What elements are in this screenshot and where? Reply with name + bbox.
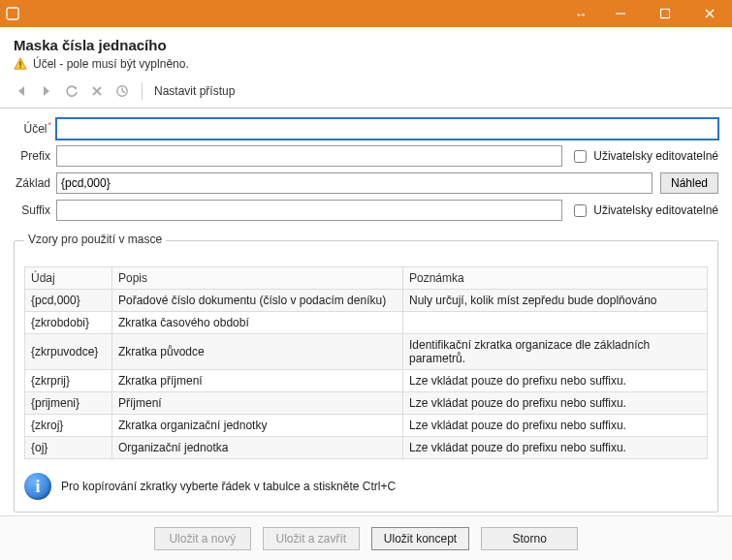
svg-marker-9 (44, 86, 49, 96)
save-and-close-button[interactable]: Uložit a zavřít (263, 527, 360, 550)
suffix-editable-box[interactable] (574, 204, 587, 217)
svg-rect-2 (661, 10, 670, 18)
table-row[interactable]: {zkroj}Zkratka organizační jednotkyLze v… (25, 415, 708, 437)
cell-popis: Pořadové číslo dokumentu (číslo v podací… (112, 290, 403, 312)
patterns-header-row: Údaj Popis Poznámka (25, 267, 708, 290)
patterns-group: Vzory pro použití v masce Údaj Popis Poz… (14, 240, 718, 513)
table-row[interactable]: {zkrprij}Zkratka příjmeníLze vkládat pou… (25, 370, 708, 392)
svg-rect-0 (7, 8, 18, 19)
cell-pozn (403, 312, 708, 334)
nav-forward-button[interactable] (35, 80, 58, 102)
prefix-editable-checkbox[interactable]: Uživatelsky editovatelné (570, 147, 718, 166)
cell-pozn: Lze vkládat pouze do prefixu nebo suffix… (403, 437, 708, 459)
minimize-button[interactable] (598, 0, 643, 27)
ucel-label: Účel (14, 122, 56, 136)
refresh-button[interactable] (60, 80, 83, 102)
save-draft-button[interactable]: Uložit koncept (371, 527, 469, 550)
col-udaj: Údaj (25, 267, 112, 290)
cell-popis: Zkratka časového období (112, 312, 403, 334)
validation-warning: Účel - pole musí být vyplněno. (14, 57, 718, 71)
header: Maska čísla jednacího Účel - pole musí b… (0, 27, 732, 77)
prefix-input[interactable] (56, 145, 562, 167)
zaklad-label: Základ (14, 176, 56, 190)
prefix-label: Prefix (14, 149, 56, 163)
suffix-input[interactable] (56, 200, 562, 221)
svg-marker-10 (74, 87, 78, 90)
nav-back-button[interactable] (10, 80, 33, 102)
svg-rect-7 (19, 67, 20, 68)
cell-popis: Zkratka organizační jednotky (112, 415, 403, 437)
history-button[interactable] (111, 80, 134, 102)
cancel-changes-button[interactable] (85, 80, 109, 102)
table-row[interactable]: {oj}Organizační jednotkaLze vkládat pouz… (25, 437, 708, 459)
info-text: Pro kopírování zkratky vyberte řádek v t… (61, 480, 396, 493)
cell-pozn: Lze vkládat pouze do prefixu nebo suffix… (403, 392, 708, 415)
resize-horizontal-icon[interactable]: ↔ (563, 0, 598, 27)
suffix-label: Suffix (14, 203, 56, 217)
prefix-editable-box[interactable] (574, 150, 587, 163)
col-popis: Popis (112, 267, 403, 290)
cell-udaj: {prijmeni} (25, 392, 112, 415)
titlebar: ↔ (0, 0, 732, 27)
warning-icon (14, 57, 27, 71)
cell-udaj: {zkroj} (25, 415, 112, 437)
cell-udaj: {pcd,000} (25, 290, 112, 312)
suffix-editable-checkbox[interactable]: Uživatelsky editovatelné (570, 202, 718, 220)
page-title: Maska čísla jednacího (14, 37, 718, 53)
table-row[interactable]: {zkrobdobi}Zkratka časového období (25, 312, 708, 334)
patterns-title: Vzory pro použití v masce (24, 233, 166, 246)
set-access-button[interactable]: Nastavit přístup (150, 84, 239, 98)
toolbar-separator (142, 82, 143, 100)
info-icon: i (24, 473, 51, 500)
cancel-button[interactable]: Storno (481, 527, 578, 550)
cell-udaj: {oj} (25, 437, 112, 459)
ucel-input[interactable] (56, 118, 718, 140)
svg-rect-6 (19, 61, 20, 65)
col-pozn: Poznámka (403, 267, 708, 290)
close-button[interactable] (687, 0, 732, 27)
table-row[interactable]: {pcd,000}Pořadové číslo dokumentu (číslo… (25, 290, 708, 312)
suffix-editable-label: Uživatelsky editovatelné (593, 203, 718, 217)
cell-popis: Zkratka příjmení (112, 370, 403, 392)
cell-pozn: Lze vkládat pouze do prefixu nebo suffix… (403, 370, 708, 392)
table-row[interactable]: {zkrpuvodce}Zkratka původceIdentifikační… (25, 334, 708, 370)
svg-marker-8 (18, 86, 24, 96)
save-and-new-button[interactable]: Uložit a nový (154, 527, 251, 550)
maximize-button[interactable] (643, 0, 687, 27)
preview-button[interactable]: Náhled (660, 172, 718, 194)
cell-pozn: Lze vkládat pouze do prefixu nebo suffix… (403, 415, 708, 437)
cell-pozn: Identifikační zkratka organizace dle zák… (403, 334, 708, 370)
cell-popis: Příjmení (112, 392, 403, 415)
patterns-table[interactable]: Údaj Popis Poznámka {pcd,000}Pořadové čí… (24, 266, 708, 459)
cell-udaj: {zkrprij} (25, 370, 112, 392)
zaklad-input[interactable] (56, 172, 652, 194)
prefix-editable-label: Uživatelsky editovatelné (593, 149, 718, 163)
info-row: i Pro kopírování zkratky vyberte řádek v… (24, 473, 708, 500)
cell-udaj: {zkrobdobi} (25, 312, 112, 334)
form: Účel Prefix Uživatelsky editovatelné Zák… (0, 109, 732, 231)
cell-udaj: {zkrpuvodce} (25, 334, 112, 370)
warning-text: Účel - pole musí být vyplněno. (33, 57, 189, 71)
table-row[interactable]: {prijmeni}PříjmeníLze vkládat pouze do p… (25, 392, 708, 415)
toolbar: Nastavit přístup (0, 77, 732, 109)
cell-pozn: Nuly určují, kolik míst zepředu bude dop… (403, 290, 708, 312)
cell-popis: Organizační jednotka (112, 437, 403, 459)
svg-line-15 (122, 91, 125, 93)
app-icon (6, 7, 19, 20)
cell-popis: Zkratka původce (112, 334, 403, 370)
footer: Uložit a nový Uložit a zavřít Uložit kon… (0, 515, 732, 560)
